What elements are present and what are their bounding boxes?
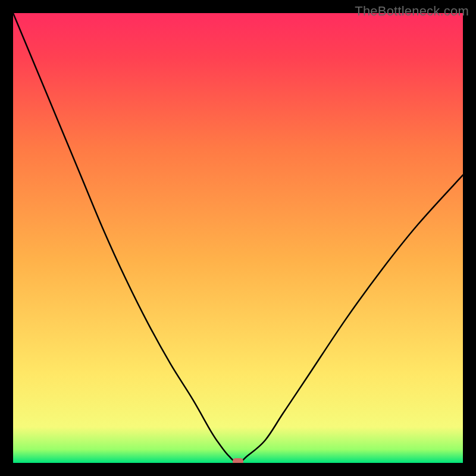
- gradient-backdrop: [13, 13, 463, 463]
- plot-area: [13, 13, 463, 463]
- chart-frame: TheBottleneck.com: [0, 0, 476, 476]
- chart-svg: [13, 13, 463, 463]
- watermark-text: TheBottleneck.com: [355, 4, 469, 19]
- optimal-marker: [233, 458, 243, 463]
